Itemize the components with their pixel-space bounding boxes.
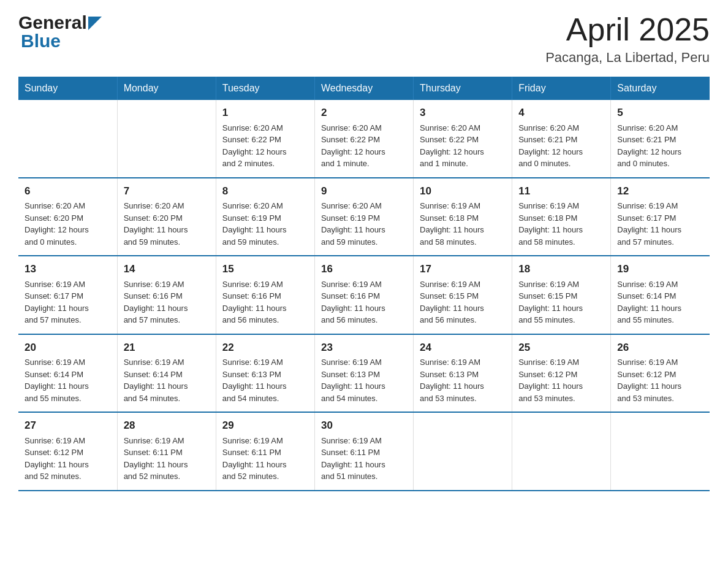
table-row [18, 100, 117, 178]
day-number: 16 [321, 261, 407, 277]
calendar-subtitle: Pacanga, La Libertad, Peru [545, 50, 710, 66]
table-row [611, 412, 710, 491]
table-row: 15Sunrise: 6:19 AM Sunset: 6:16 PM Dayli… [216, 256, 314, 334]
table-row: 1Sunrise: 6:20 AM Sunset: 6:22 PM Daylig… [216, 100, 314, 178]
calendar-table: Sunday Monday Tuesday Wednesday Thursday… [18, 77, 710, 491]
day-number: 5 [617, 105, 703, 121]
day-number: 2 [321, 105, 407, 121]
day-number: 14 [124, 261, 210, 277]
day-info: Sunrise: 6:19 AM Sunset: 6:16 PM Dayligh… [124, 278, 210, 326]
day-info: Sunrise: 6:20 AM Sunset: 6:22 PM Dayligh… [321, 122, 407, 170]
day-number: 24 [420, 340, 506, 356]
table-row: 24Sunrise: 6:19 AM Sunset: 6:13 PM Dayli… [414, 334, 512, 413]
table-row: 29Sunrise: 6:19 AM Sunset: 6:11 PM Dayli… [216, 412, 314, 491]
day-number: 8 [222, 183, 308, 199]
day-info: Sunrise: 6:19 AM Sunset: 6:18 PM Dayligh… [420, 200, 506, 248]
day-info: Sunrise: 6:19 AM Sunset: 6:17 PM Dayligh… [617, 200, 703, 248]
day-number: 1 [222, 105, 308, 121]
day-info: Sunrise: 6:20 AM Sunset: 6:21 PM Dayligh… [518, 122, 604, 170]
day-info: Sunrise: 6:19 AM Sunset: 6:16 PM Dayligh… [321, 278, 407, 326]
svg-marker-0 [88, 17, 102, 30]
day-info: Sunrise: 6:19 AM Sunset: 6:13 PM Dayligh… [321, 356, 407, 404]
day-info: Sunrise: 6:20 AM Sunset: 6:22 PM Dayligh… [420, 122, 506, 170]
table-row: 10Sunrise: 6:19 AM Sunset: 6:18 PM Dayli… [414, 178, 512, 256]
calendar-week-row: 20Sunrise: 6:19 AM Sunset: 6:14 PM Dayli… [18, 334, 710, 413]
table-row: 2Sunrise: 6:20 AM Sunset: 6:22 PM Daylig… [314, 100, 413, 178]
table-row: 12Sunrise: 6:19 AM Sunset: 6:17 PM Dayli… [611, 178, 710, 256]
day-number: 30 [321, 418, 407, 434]
table-row: 14Sunrise: 6:19 AM Sunset: 6:16 PM Dayli… [117, 256, 216, 334]
day-info: Sunrise: 6:19 AM Sunset: 6:14 PM Dayligh… [124, 356, 210, 404]
table-row [414, 412, 512, 491]
table-row: 25Sunrise: 6:19 AM Sunset: 6:12 PM Dayli… [512, 334, 611, 413]
day-info: Sunrise: 6:20 AM Sunset: 6:22 PM Dayligh… [222, 122, 308, 170]
page-header: General Blue April 2025 Pacanga, La Libe… [18, 12, 710, 66]
table-row: 8Sunrise: 6:20 AM Sunset: 6:19 PM Daylig… [216, 178, 314, 256]
calendar-title: April 2025 [545, 12, 710, 47]
day-number: 22 [222, 340, 308, 356]
table-row: 16Sunrise: 6:19 AM Sunset: 6:16 PM Dayli… [314, 256, 413, 334]
day-number: 26 [617, 340, 703, 356]
calendar-header-row: Sunday Monday Tuesday Wednesday Thursday… [18, 77, 710, 100]
day-info: Sunrise: 6:19 AM Sunset: 6:14 PM Dayligh… [617, 278, 703, 326]
logo-blue-text: Blue [21, 31, 61, 52]
table-row: 22Sunrise: 6:19 AM Sunset: 6:13 PM Dayli… [216, 334, 314, 413]
table-row: 6Sunrise: 6:20 AM Sunset: 6:20 PM Daylig… [18, 178, 117, 256]
day-number: 18 [518, 261, 604, 277]
day-number: 11 [518, 183, 604, 199]
day-info: Sunrise: 6:19 AM Sunset: 6:13 PM Dayligh… [420, 356, 506, 404]
table-row: 19Sunrise: 6:19 AM Sunset: 6:14 PM Dayli… [611, 256, 710, 334]
day-info: Sunrise: 6:19 AM Sunset: 6:17 PM Dayligh… [25, 278, 111, 326]
day-number: 17 [420, 261, 506, 277]
table-row: 26Sunrise: 6:19 AM Sunset: 6:12 PM Dayli… [611, 334, 710, 413]
table-row: 20Sunrise: 6:19 AM Sunset: 6:14 PM Dayli… [18, 334, 117, 413]
table-row: 11Sunrise: 6:19 AM Sunset: 6:18 PM Dayli… [512, 178, 611, 256]
title-block: April 2025 Pacanga, La Libertad, Peru [545, 12, 710, 66]
day-number: 20 [25, 340, 111, 356]
header-monday: Monday [117, 77, 216, 100]
day-number: 25 [518, 340, 604, 356]
header-tuesday: Tuesday [216, 77, 314, 100]
header-thursday: Thursday [414, 77, 512, 100]
day-number: 4 [518, 105, 604, 121]
table-row: 28Sunrise: 6:19 AM Sunset: 6:11 PM Dayli… [117, 412, 216, 491]
calendar-week-row: 1Sunrise: 6:20 AM Sunset: 6:22 PM Daylig… [18, 100, 710, 178]
day-info: Sunrise: 6:19 AM Sunset: 6:14 PM Dayligh… [25, 356, 111, 404]
day-number: 29 [222, 418, 308, 434]
day-number: 3 [420, 105, 506, 121]
table-row: 27Sunrise: 6:19 AM Sunset: 6:12 PM Dayli… [18, 412, 117, 491]
day-info: Sunrise: 6:20 AM Sunset: 6:20 PM Dayligh… [25, 200, 111, 248]
day-info: Sunrise: 6:19 AM Sunset: 6:11 PM Dayligh… [222, 435, 308, 483]
day-number: 12 [617, 183, 703, 199]
day-info: Sunrise: 6:19 AM Sunset: 6:12 PM Dayligh… [518, 356, 604, 404]
day-info: Sunrise: 6:20 AM Sunset: 6:20 PM Dayligh… [124, 200, 210, 248]
day-number: 7 [124, 183, 210, 199]
calendar-week-row: 6Sunrise: 6:20 AM Sunset: 6:20 PM Daylig… [18, 178, 710, 256]
day-number: 23 [321, 340, 407, 356]
day-number: 21 [124, 340, 210, 356]
table-row: 4Sunrise: 6:20 AM Sunset: 6:21 PM Daylig… [512, 100, 611, 178]
table-row [117, 100, 216, 178]
day-number: 19 [617, 261, 703, 277]
day-info: Sunrise: 6:19 AM Sunset: 6:15 PM Dayligh… [420, 278, 506, 326]
header-saturday: Saturday [611, 77, 710, 100]
header-sunday: Sunday [18, 77, 117, 100]
table-row: 30Sunrise: 6:19 AM Sunset: 6:11 PM Dayli… [314, 412, 413, 491]
day-info: Sunrise: 6:19 AM Sunset: 6:11 PM Dayligh… [321, 435, 407, 483]
table-row [512, 412, 611, 491]
logo-triangle-icon [88, 17, 102, 30]
table-row: 7Sunrise: 6:20 AM Sunset: 6:20 PM Daylig… [117, 178, 216, 256]
day-number: 10 [420, 183, 506, 199]
day-number: 27 [25, 418, 111, 434]
logo-general-text: General [18, 12, 87, 33]
calendar-week-row: 27Sunrise: 6:19 AM Sunset: 6:12 PM Dayli… [18, 412, 710, 491]
table-row: 3Sunrise: 6:20 AM Sunset: 6:22 PM Daylig… [414, 100, 512, 178]
table-row: 23Sunrise: 6:19 AM Sunset: 6:13 PM Dayli… [314, 334, 413, 413]
table-row: 21Sunrise: 6:19 AM Sunset: 6:14 PM Dayli… [117, 334, 216, 413]
table-row: 17Sunrise: 6:19 AM Sunset: 6:15 PM Dayli… [414, 256, 512, 334]
day-info: Sunrise: 6:20 AM Sunset: 6:19 PM Dayligh… [222, 200, 308, 248]
table-row: 13Sunrise: 6:19 AM Sunset: 6:17 PM Dayli… [18, 256, 117, 334]
day-info: Sunrise: 6:19 AM Sunset: 6:13 PM Dayligh… [222, 356, 308, 404]
day-info: Sunrise: 6:19 AM Sunset: 6:12 PM Dayligh… [25, 435, 111, 483]
day-info: Sunrise: 6:19 AM Sunset: 6:11 PM Dayligh… [124, 435, 210, 483]
